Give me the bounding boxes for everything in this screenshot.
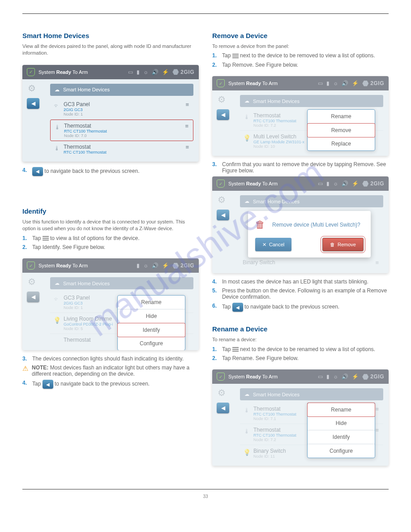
chat-icon: ▭ — [318, 373, 323, 380]
chat-icon: ▭ — [128, 69, 133, 75]
status-text: System Ready To Arm — [39, 263, 88, 268]
top-rule — [22, 13, 389, 14]
back-button[interactable]: ◀ — [27, 292, 39, 302]
status-text: System Ready To Arm — [228, 181, 278, 186]
back-button[interactable]: ◀ — [217, 109, 229, 120]
thermo-icon: 🌡 — [53, 145, 61, 152]
brand-logo: 2GIG — [362, 80, 384, 86]
screenshot-identify-menu: ✓ System Ready To Arm ▮ ☼ 🔊 ⚡ 2GIG ⚙ ◀ — [22, 258, 199, 350]
row-menu-icon: ≡ — [373, 259, 381, 266]
identify-para: Use this function to identify a device t… — [22, 219, 199, 232]
section-header: ☁ Smart Home Devices — [50, 277, 193, 289]
plug-icon: ⚡ — [352, 373, 359, 380]
topbar-icons: ▭ ▮ ☼ 🔊 ⚡ 2GIG — [128, 69, 194, 75]
device-sub: 2GIG GC3 — [64, 107, 184, 112]
back-chip-icon: ◀ — [43, 380, 53, 389]
confirm-dialog: 🗑 Remove device (Multi Level Switch)? ✕ … — [248, 211, 371, 257]
device-name: GC3 Panel — [64, 101, 184, 107]
gear-icon[interactable]: ⚙ — [218, 94, 228, 105]
remove-intro: To remove a device from the panel: — [212, 43, 389, 50]
wifi-icon: ᯤ — [53, 296, 61, 303]
menu-item-hide[interactable]: Hide — [308, 416, 375, 430]
step-r4: 4. In most cases the device has an LED l… — [212, 279, 389, 285]
step-r5: 5. Press the button on the device. Follo… — [212, 287, 389, 300]
gear-icon[interactable]: ⚙ — [218, 387, 228, 398]
bookmark-icon: ▮ — [137, 262, 140, 269]
panel-topbar: ✓ System Ready To Arm ▭ ▮ ☼ 🔊 ⚡ 2GIG — [212, 369, 389, 384]
back-button[interactable]: ◀ — [217, 210, 229, 220]
status-text: System Ready To Arm — [228, 81, 278, 86]
intro-para: View all the devices paired to the panel… — [22, 43, 199, 57]
gear-icon[interactable]: ⚙ — [28, 276, 39, 287]
section-header: ☁ Smart Home Devices — [240, 95, 383, 107]
shield-icon: ✓ — [217, 373, 225, 381]
sound-icon: 🔊 — [342, 373, 348, 380]
dialog-message: Remove device (Multi Level Switch)? — [272, 222, 360, 228]
brand-logo: 2GIG — [362, 373, 384, 380]
wifi-icon: ᯤ — [53, 102, 61, 109]
row-menu-icon[interactable]: ≡ — [184, 101, 191, 108]
warning-icon: ⚠ — [22, 365, 28, 373]
remove-button[interactable]: 🗑 Remove — [322, 238, 364, 251]
status-text: System Ready To Arm — [228, 374, 278, 379]
screenshot-rename-menu: ✓ System Ready To Arm ▭ ▮ ☼ 🔊 ⚡ 2GIG ⚙ — [212, 369, 389, 466]
row-menu-icon[interactable]: ≡ — [183, 123, 190, 129]
device-row-selected[interactable]: 🌡 Thermostat RTC CT100 Thermostat Node I… — [50, 120, 193, 141]
step-r1: 1. Tap next to the device to be removed … — [212, 52, 389, 59]
sun-icon: ☼ — [333, 80, 338, 86]
sound-icon: 🔊 — [152, 262, 158, 269]
step-rn1: 1. Tap next to the device to be renamed … — [212, 346, 389, 353]
menu-item-remove[interactable]: Remove — [307, 123, 375, 137]
step-r6: 6. Tap ◀ to navigate back to the previou… — [212, 303, 389, 312]
panel-topbar: ✓ System Ready To Arm ▭ ▮ ☼ 🔊 ⚡ 2GIG — [212, 76, 389, 90]
dropdown-menu: Rename Hide Identify Configure — [307, 403, 375, 458]
bookmark-icon: ▮ — [326, 80, 330, 86]
plug-icon: ⚡ — [352, 180, 359, 187]
gear-icon[interactable]: ⚙ — [28, 83, 39, 94]
brand-logo: 2GIG — [362, 180, 384, 187]
chat-icon: ▭ — [318, 180, 323, 187]
menu-item-rename[interactable]: Rename — [308, 110, 375, 124]
step-r3: 3. Confirm that you want to remove the d… — [212, 161, 389, 174]
menu-item-identify[interactable]: Identify — [117, 323, 185, 337]
step-1: 1. Tap to view a list of options for the… — [22, 235, 199, 242]
menu-item-configure[interactable]: Configure — [118, 337, 185, 350]
menu-item-rename[interactable]: Rename — [307, 403, 375, 417]
shield-icon: ✓ — [27, 68, 35, 76]
menu-item-identify[interactable]: Identify — [308, 430, 375, 444]
menu-item-hide[interactable]: Hide — [118, 309, 185, 323]
step-2: 2. Tap Identify. See Figure below. — [22, 244, 199, 250]
cloud-icon: ☁ — [244, 98, 249, 104]
back-button[interactable]: ◀ — [217, 403, 229, 413]
heading-remove-device: Remove a Device — [212, 32, 389, 39]
screenshot-remove-menu: ✓ System Ready To Arm ▭ ▮ ☼ 🔊 ⚡ 2GIG ⚙ — [212, 76, 389, 156]
topbar-icons: ▮ ☼ 🔊 ⚡ 2GIG — [137, 262, 194, 269]
gear-icon[interactable]: ⚙ — [218, 194, 228, 205]
bulb-icon: 💡 — [243, 134, 251, 142]
cloud-icon: ☁ — [55, 87, 60, 93]
shield-icon: ✓ — [27, 262, 35, 270]
hamburger-icon — [43, 235, 49, 241]
menu-item-configure[interactable]: Configure — [308, 444, 375, 458]
thermo-icon: 🌡 — [243, 407, 251, 414]
topbar-icons: ▭ ▮ ☼ 🔊 ⚡ 2GIG — [318, 80, 384, 86]
step-3: 3. The devices connection lights should … — [22, 356, 199, 362]
back-chip-icon: ◀ — [32, 167, 43, 176]
sun-icon: ☼ — [143, 69, 148, 75]
menu-item-replace[interactable]: Replace — [308, 137, 375, 150]
menu-item-rename[interactable]: Rename — [118, 296, 185, 309]
step-rn2: 2. Tap Rename. See Figure below. — [212, 355, 389, 361]
hamburger-icon — [232, 53, 239, 59]
section-header: ☁ Smart Home Devices — [240, 195, 383, 207]
brand-logo: 2GIG — [172, 262, 194, 269]
row-menu-icon[interactable]: ≡ — [184, 144, 191, 150]
device-node: Node ID: 1 — [64, 112, 184, 116]
note-block: ⚠ NOTE: Most devices flash an indicator … — [22, 365, 199, 377]
panel-topbar: ✓ System Ready To Arm ▮ ☼ 🔊 ⚡ 2GIG — [22, 258, 199, 273]
status-text: System Ready To Arm — [39, 69, 88, 75]
device-row[interactable]: ᯤ GC3 Panel 2GIG GC3 Node ID: 1 ≡ — [50, 99, 193, 120]
device-row: Binary Switch ≡ — [240, 257, 383, 269]
cancel-button[interactable]: ✕ Cancel — [255, 238, 291, 251]
back-button[interactable]: ◀ — [27, 98, 39, 109]
device-row[interactable]: 🌡 Thermostat RTC CT100 Thermostat ≡ — [50, 141, 193, 157]
